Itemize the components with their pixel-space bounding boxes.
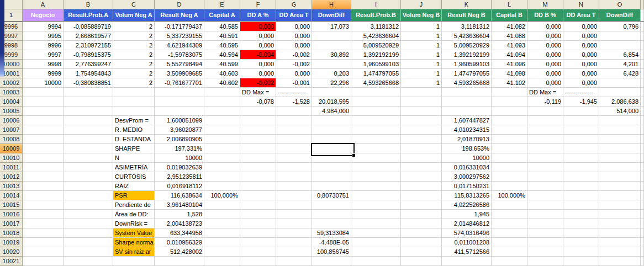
cell-E10006[interactable]: [204, 116, 240, 125]
cell-N9997[interactable]: 0,000: [563, 31, 599, 41]
cell-K10007[interactable]: 4,010234315: [442, 125, 492, 135]
cell-A10001[interactable]: 9999: [23, 69, 64, 78]
cell-P10021[interactable]: [641, 257, 644, 266]
cell-D10002[interactable]: -0,761677701: [155, 78, 204, 88]
cell-L9996[interactable]: 41.082: [492, 22, 527, 31]
cell-O10021[interactable]: [599, 257, 641, 266]
cell-F10007[interactable]: [240, 125, 276, 135]
cell-J10018[interactable]: [401, 228, 442, 238]
column-header-A[interactable]: A: [23, 0, 64, 9]
cell-L10020[interactable]: [492, 247, 527, 257]
cell-K10013[interactable]: 0,017150231: [442, 182, 492, 191]
cell-F10003[interactable]: DD Max =: [240, 88, 276, 97]
cell-A10002[interactable]: 10000: [23, 78, 64, 88]
cell-L10005[interactable]: [492, 107, 527, 116]
cell-D10007[interactable]: 3,96020877: [155, 125, 204, 135]
cell-D9999[interactable]: -1,59783075: [155, 50, 204, 60]
cell-E10000[interactable]: 40.599: [204, 60, 240, 69]
cell-C9997[interactable]: 2: [113, 31, 155, 41]
cell-C10001[interactable]: 2: [113, 69, 155, 78]
cell-G10021[interactable]: [276, 257, 312, 266]
cell-C10000[interactable]: 2: [113, 60, 155, 69]
cell-J10016[interactable]: [401, 210, 442, 219]
cell-H10014[interactable]: 0,80730751: [312, 191, 351, 200]
cell-O10011[interactable]: [599, 163, 641, 172]
cell-G10001[interactable]: 0,000: [276, 69, 312, 78]
cell-A10020[interactable]: [23, 247, 64, 257]
cell-K10019[interactable]: 0,011001208: [442, 238, 492, 247]
cell-D10012[interactable]: 2,951235811: [155, 172, 204, 182]
cell-M10013[interactable]: [527, 182, 563, 191]
column-header-J[interactable]: J: [401, 0, 442, 9]
cell-N9996[interactable]: 0,000: [563, 22, 599, 31]
cell-A10019[interactable]: [23, 238, 64, 247]
column-header-M[interactable]: M: [527, 0, 563, 9]
cell-M10016[interactable]: [527, 210, 563, 219]
cell-M10007[interactable]: [527, 125, 563, 135]
cell-P10004[interactable]: [641, 97, 644, 107]
cell-G10018[interactable]: [276, 228, 312, 238]
row-header-10011[interactable]: 10011: [0, 163, 23, 172]
cell-K10012[interactable]: 3,000297562: [442, 172, 492, 182]
cell-E10007[interactable]: [204, 125, 240, 135]
cell-A10012[interactable]: [23, 172, 64, 182]
cell-J10011[interactable]: [401, 163, 442, 172]
cell-E9997[interactable]: 40.591: [204, 31, 240, 41]
cell-E10017[interactable]: [204, 219, 240, 228]
cell-D10010[interactable]: 10000: [155, 153, 204, 163]
cell-P9997[interactable]: [641, 31, 644, 41]
cell-B10018[interactable]: [64, 228, 113, 238]
cell-O10003[interactable]: [599, 88, 641, 97]
cell-H10001[interactable]: 0,203: [312, 69, 351, 78]
cell-J10004[interactable]: [401, 97, 442, 107]
cell-M10009[interactable]: [527, 144, 563, 153]
column-header-G[interactable]: G: [276, 0, 312, 9]
cell-H10017[interactable]: [312, 219, 351, 228]
cell-N10017[interactable]: [563, 219, 599, 228]
cell-N10006[interactable]: [563, 116, 599, 125]
cell-A10015[interactable]: [23, 200, 64, 210]
cell-M10000[interactable]: 0,000: [527, 60, 563, 69]
cell-G10008[interactable]: [276, 135, 312, 144]
cell-L10003[interactable]: [492, 88, 527, 97]
cell-P10015[interactable]: [641, 200, 644, 210]
cell-B10002[interactable]: -0,380838851: [64, 78, 113, 88]
cell-A10007[interactable]: [23, 125, 64, 135]
cell-F10012[interactable]: [240, 172, 276, 182]
cell-B10013[interactable]: [64, 182, 113, 191]
cell-I10006[interactable]: [351, 116, 401, 125]
row-header-10005[interactable]: 10005: [0, 107, 23, 116]
cell-B10012[interactable]: [64, 172, 113, 182]
cell-C9996[interactable]: 2: [113, 22, 155, 31]
cell-P10016[interactable]: [641, 210, 644, 219]
cell-M10021[interactable]: [527, 257, 563, 266]
cell-B10006[interactable]: [64, 116, 113, 125]
cell-K10006[interactable]: 1,607447827: [442, 116, 492, 125]
cell-P10012[interactable]: [641, 172, 644, 182]
cell-M10001[interactable]: 0,000: [527, 69, 563, 78]
cell-P10013[interactable]: [641, 182, 644, 191]
cell-M10008[interactable]: [527, 135, 563, 144]
cell-I9996[interactable]: 3,1181312: [351, 22, 401, 31]
row-header-10008[interactable]: 10008: [0, 135, 23, 144]
cell-J10012[interactable]: [401, 172, 442, 182]
cell-D10011[interactable]: 0,019032639: [155, 163, 204, 172]
cell-C10012[interactable]: CURTOSIS: [113, 172, 155, 182]
cell-B10005[interactable]: [64, 107, 113, 116]
cell-L10012[interactable]: [492, 172, 527, 182]
cell-K10001[interactable]: 1,474797055: [442, 69, 492, 78]
row-header-10004[interactable]: 10004: [0, 97, 23, 107]
cell-D10005[interactable]: [155, 107, 204, 116]
cell-A9998[interactable]: 9996: [23, 41, 64, 50]
header-cell-A1[interactable]: Negocio: [23, 9, 64, 22]
cell-P1[interactable]: [641, 9, 644, 22]
cell-F10011[interactable]: [240, 163, 276, 172]
cell-N10011[interactable]: [563, 163, 599, 172]
cell-K10004[interactable]: [442, 97, 492, 107]
cell-I9998[interactable]: 5,009520929: [351, 41, 401, 50]
cell-J10010[interactable]: [401, 153, 442, 163]
cell-M9997[interactable]: 0,000: [527, 31, 563, 41]
cell-E10012[interactable]: [204, 172, 240, 182]
cell-G10000[interactable]: -0,002: [276, 60, 312, 69]
cell-F10021[interactable]: [240, 257, 276, 266]
